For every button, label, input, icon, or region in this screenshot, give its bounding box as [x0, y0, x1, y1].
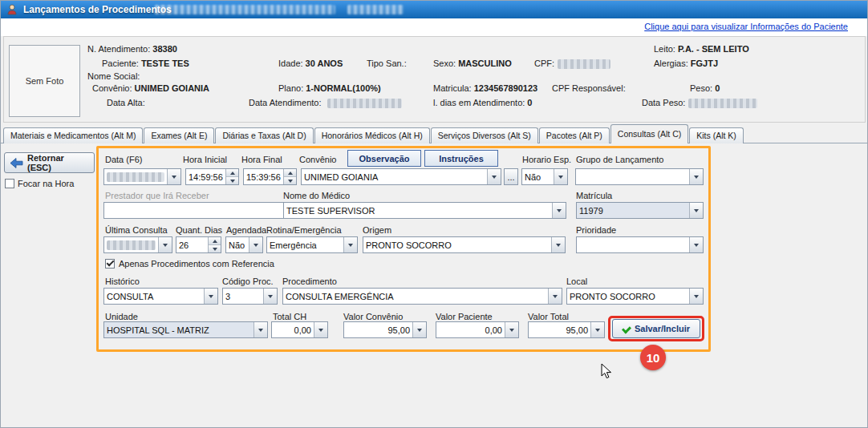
- convenio-browse-button[interactable]: ...: [504, 168, 518, 185]
- agendada-value: Não: [226, 240, 249, 250]
- prestador-label: Prestador que Irá Receber: [105, 191, 209, 200]
- spin-down-icon[interactable]: [284, 176, 296, 184]
- mouse-cursor: [601, 363, 612, 382]
- salvar-incluir-button[interactable]: Salvar/Incluir: [612, 319, 700, 338]
- spin-up-icon[interactable]: [209, 237, 221, 244]
- apenas-referencia-label: Apenas Procedimentos com Referencia: [119, 259, 274, 269]
- chevron-down-icon[interactable]: [689, 237, 703, 252]
- apenas-referencia-checkbox[interactable]: [105, 259, 115, 269]
- chevron-down-icon[interactable]: [167, 169, 180, 184]
- total-ch-select[interactable]: 0,00: [271, 321, 328, 338]
- plano-field: Plano:1-NORMAL(100%): [278, 83, 381, 93]
- spin-down-icon[interactable]: [209, 244, 221, 252]
- focar-na-hora-checkbox[interactable]: [5, 179, 14, 188]
- data-f6-select[interactable]: [103, 168, 181, 185]
- nome-social-label: Nome Social:: [87, 71, 140, 81]
- codigo-proc-select[interactable]: 3: [222, 288, 278, 305]
- tab-materiais-e-medicamentos[interactable]: Materiais e Medicamentos (Alt M): [3, 127, 143, 143]
- nome-medico-select[interactable]: TESTE SUPERVISOR: [283, 202, 566, 219]
- alergias-label: Alergias:: [654, 59, 688, 68]
- tab-pacotes[interactable]: Pacotes (Alt P): [539, 127, 610, 143]
- tab-servicos-diversos[interactable]: Serviços Diversos (Alt S): [431, 127, 538, 143]
- hora-inicial-input[interactable]: 14:59:56: [185, 168, 239, 185]
- local-label: Local: [566, 277, 587, 286]
- link-bar: Clique aqui para visualizar Informações …: [1, 18, 868, 36]
- chevron-down-icon[interactable]: [689, 169, 703, 184]
- origem-select[interactable]: PRONTO SOCORRO: [363, 236, 566, 253]
- spin-up-icon[interactable]: [226, 169, 238, 176]
- procedimento-label: Procedimento: [282, 277, 337, 286]
- local-value: PRONTO SOCORRO: [567, 292, 689, 301]
- ultima-consulta-select[interactable]: [103, 236, 172, 253]
- data-alta-label: Data Alta:: [107, 98, 145, 107]
- prestador-select[interactable]: [103, 202, 298, 219]
- retornar-button[interactable]: Retornar (ESC): [4, 152, 95, 173]
- valor-convenio-select[interactable]: 95,00: [343, 321, 427, 338]
- chevron-down-icon[interactable]: [505, 322, 518, 337]
- grupo-lancamento-select[interactable]: [575, 168, 704, 185]
- peso-field: Peso:0: [690, 83, 720, 93]
- hora-final-input[interactable]: 15:39:56: [243, 168, 297, 185]
- tab-diarias-e-taxas[interactable]: Diárias e Taxas (Alt D): [215, 127, 313, 143]
- prioridade-select[interactable]: [576, 236, 704, 253]
- valor-paciente-select[interactable]: 0,00: [436, 321, 519, 338]
- leito-label: Leito:: [654, 44, 675, 54]
- historico-value: CONSULTA: [104, 292, 204, 301]
- chevron-down-icon[interactable]: [487, 169, 501, 184]
- chevron-down-icon[interactable]: [343, 237, 357, 252]
- convenio-select[interactable]: UNIMED GOIANIA: [301, 168, 501, 185]
- cpf-responsavel-label: CPF Responsável:: [552, 83, 626, 93]
- quant-dias-value: 26: [176, 240, 208, 250]
- n-atendimento-label: N. Atendimento:: [87, 44, 150, 54]
- chevron-down-icon[interactable]: [548, 289, 562, 304]
- valor-convenio-label: Valor Convênio: [343, 312, 403, 321]
- horario-esp-select[interactable]: Não: [521, 168, 568, 185]
- tipo-san-field: Tipo San.:: [367, 59, 409, 68]
- valor-convenio-value: 95,00: [344, 325, 412, 335]
- retornar-label: Retornar (ESC): [27, 153, 89, 172]
- redacted-title-text: [155, 5, 335, 14]
- historico-select[interactable]: CONSULTA: [103, 288, 218, 305]
- dias-atendimento-label: l. dias em Atendimento:: [433, 98, 525, 107]
- chevron-down-icon: [254, 322, 267, 337]
- quant-dias-input[interactable]: 26: [176, 236, 221, 253]
- chevron-down-icon[interactable]: [552, 203, 566, 218]
- chevron-down-icon[interactable]: [412, 322, 426, 337]
- dias-atendimento-field: l. dias em Atendimento:0: [433, 98, 532, 107]
- spin-up-icon[interactable]: [284, 169, 296, 176]
- chevron-down-icon[interactable]: [263, 289, 277, 304]
- back-arrow-icon: [10, 158, 23, 168]
- quant-dias-label: Quant. Dias: [176, 225, 222, 235]
- tab-kits[interactable]: Kits (Alt K): [689, 127, 744, 143]
- chevron-down-icon[interactable]: [689, 289, 703, 304]
- valor-total-label: Valor Total: [528, 312, 569, 321]
- data-atendimento-field: Data Atendimento:: [249, 98, 322, 107]
- patient-info-link[interactable]: Clique aqui para visualizar Informações …: [644, 22, 848, 31]
- tab-consultas[interactable]: Consultas (Alt C): [610, 124, 688, 143]
- local-select[interactable]: PRONTO SOCORRO: [566, 288, 704, 305]
- spin-down-icon[interactable]: [226, 176, 238, 184]
- hora-inicial-spinner: [225, 169, 238, 184]
- chevron-down-icon[interactable]: [551, 237, 565, 252]
- rotina-emergencia-select[interactable]: Emergência: [266, 236, 358, 253]
- chevron-down-icon[interactable]: [204, 289, 217, 304]
- observacao-button[interactable]: Observação: [347, 150, 421, 167]
- tab-honorarios-medicos[interactable]: Honorários Médicos (Alt H): [314, 127, 430, 143]
- sexo-label: Sexo:: [433, 59, 456, 68]
- chevron-down-icon[interactable]: [590, 322, 604, 337]
- instrucoes-button[interactable]: Instruções: [424, 150, 498, 167]
- chevron-down-icon[interactable]: [158, 237, 172, 252]
- procedimento-select[interactable]: CONSULTA EMERGÊNCIA: [282, 288, 562, 305]
- convenio-value: UNIMED GOIANIA: [302, 172, 487, 182]
- chevron-down-icon: [689, 203, 703, 218]
- chevron-down-icon[interactable]: [554, 169, 567, 184]
- chevron-down-icon[interactable]: [249, 237, 262, 252]
- alergias-field: Alergias:FGJTJ: [654, 59, 718, 68]
- valor-total-value: 95,00: [529, 325, 590, 335]
- valor-total-select[interactable]: 95,00: [528, 321, 605, 338]
- chevron-down-icon[interactable]: [314, 322, 327, 337]
- tab-exames[interactable]: Exames (Alt E): [144, 127, 214, 143]
- agendada-select[interactable]: Não: [225, 236, 263, 253]
- cpf-label: CPF:: [534, 59, 554, 68]
- unidade-value: HOSPITAL SQL - MATRIZ: [104, 325, 254, 335]
